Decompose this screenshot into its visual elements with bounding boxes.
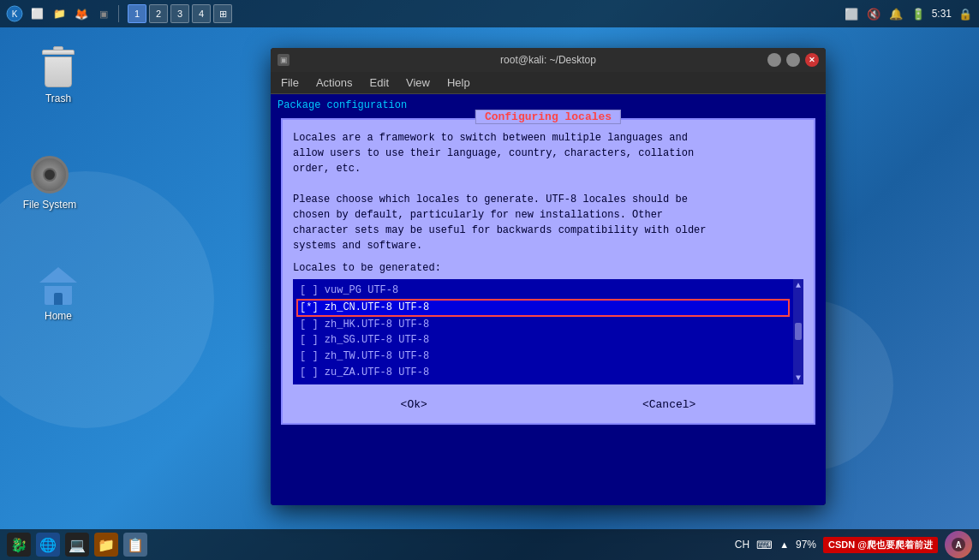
- filesystem-icon-image: [29, 154, 70, 195]
- dialog-box: Configuring locales Locales are a framew…: [281, 118, 815, 425]
- home-desktop-icon[interactable]: Home: [24, 265, 93, 322]
- menu-edit[interactable]: Edit: [367, 74, 392, 91]
- separator: [118, 5, 119, 22]
- bottom-app-clipboard[interactable]: 📋: [123, 533, 147, 557]
- terminal-menubar: File Actions Edit View Help: [271, 72, 826, 94]
- minimize-button[interactable]: [767, 53, 781, 67]
- lock-icon[interactable]: 🔒: [957, 5, 974, 22]
- terminal-titlebar: ▣ root@kali: ~/Desktop ✕: [271, 48, 826, 72]
- notification-icon[interactable]: 🔔: [887, 5, 904, 22]
- taskbar-top: K ⬜ 📁 🦊 ▣ 1 2 3 4 ⊞ ⬜ 🔇 🔔 🔋 5:31 🔒: [0, 0, 979, 27]
- trash-desktop-icon[interactable]: Trash: [24, 48, 93, 104]
- terminal-title: root@kali: ~/Desktop: [500, 54, 596, 66]
- files-icon[interactable]: 📁: [50, 4, 69, 23]
- menu-actions[interactable]: Actions: [313, 74, 356, 91]
- bottom-app-terminal[interactable]: 💻: [65, 533, 89, 557]
- workspace-switcher: 1 2 3 4 ⊞: [128, 4, 232, 23]
- workspace-1[interactable]: 1: [128, 4, 146, 23]
- locale-item-zhsg[interactable]: [ ] zh_SG.UTF-8 UTF-8: [296, 332, 790, 349]
- window-icon[interactable]: ⬜: [27, 4, 46, 23]
- browser-icon[interactable]: 🦊: [72, 4, 91, 23]
- workspace-extra[interactable]: ⊞: [213, 4, 232, 23]
- trash-icon-image: [38, 48, 79, 89]
- trash-label: Trash: [45, 92, 71, 104]
- terminal-title-icon: ▣: [278, 54, 290, 66]
- scroll-down[interactable]: ▼: [796, 373, 801, 383]
- taskbar-bottom-right: CH ⌨ ▲ 97% CSDN @爬也要爬着前进 A: [735, 531, 972, 558]
- maximize-button[interactable]: [786, 53, 800, 67]
- bottom-app-files[interactable]: 📁: [94, 533, 118, 557]
- scrollbar-thumb[interactable]: [795, 323, 802, 340]
- dialog-description: Locales are a framework to switch betwee…: [293, 130, 803, 253]
- locale-item-zhhk[interactable]: [ ] zh_HK.UTF-8 UTF-8: [296, 317, 790, 333]
- filesystem-label: File System: [23, 199, 77, 211]
- keyboard-icon[interactable]: ⌨: [756, 539, 773, 551]
- menu-help[interactable]: Help: [444, 74, 474, 91]
- menu-file[interactable]: File: [278, 74, 302, 91]
- csdn-text: CSDN @爬也要爬着前进: [823, 537, 938, 553]
- avatar[interactable]: A: [945, 531, 972, 558]
- bottom-app-browser[interactable]: 🌐: [36, 533, 60, 557]
- dialog-buttons: <Ok> <Cancel>: [293, 396, 803, 413]
- workspace-4[interactable]: 4: [192, 4, 211, 23]
- kali-icon[interactable]: K: [5, 4, 24, 23]
- workspace-3[interactable]: 3: [170, 4, 189, 23]
- cpu-percent: 97%: [796, 539, 816, 551]
- ok-button[interactable]: <Ok>: [394, 396, 434, 413]
- taskbar-bottom: 🐉 🌐 💻 📁 📋 CH ⌨ ▲ 97% CSDN @爬也要爬着前进 A: [0, 529, 979, 560]
- terminal-content: Package configuration Configuring locale…: [271, 94, 826, 505]
- menu-view[interactable]: View: [403, 74, 433, 91]
- close-button[interactable]: ✕: [805, 53, 819, 67]
- up-arrow-icon[interactable]: ▲: [779, 539, 789, 550]
- dialog-title: Configuring locales: [475, 110, 621, 124]
- scrollbar[interactable]: ▲ ▼: [793, 279, 803, 384]
- filesystem-desktop-icon[interactable]: File System: [15, 154, 84, 211]
- locale-item-zhtw[interactable]: [ ] zh_TW.UTF-8 UTF-8: [296, 349, 790, 365]
- locale-list[interactable]: [ ] vuw_PG UTF-8 [*] zh_CN.UTF-8 UTF-8 […: [293, 279, 803, 384]
- language-indicator: CH: [735, 539, 749, 551]
- taskbar-right-icons: ⬜ 🔇 🔔 🔋 5:31 🔒: [843, 5, 974, 22]
- terminal-icon[interactable]: ▣: [94, 4, 113, 23]
- workspace-2[interactable]: 2: [149, 4, 168, 23]
- svg-text:K: K: [12, 9, 18, 19]
- window-controls: ✕: [767, 53, 819, 67]
- scroll-up[interactable]: ▲: [796, 281, 801, 290]
- avatar-letter: A: [952, 538, 965, 551]
- clock: 5:31: [932, 8, 952, 20]
- locale-item-zhcn[interactable]: [*] zh_CN.UTF-8 UTF-8: [296, 299, 790, 317]
- locale-item-zuza[interactable]: [ ] zu_ZA.UTF-8 UTF-8: [296, 365, 790, 381]
- screen-icon[interactable]: ⬜: [843, 5, 860, 22]
- locale-item-vuw[interactable]: [ ] vuw_PG UTF-8: [296, 283, 790, 299]
- home-icon-image: [38, 265, 79, 307]
- home-label: Home: [45, 310, 72, 322]
- cancel-button[interactable]: <Cancel>: [636, 396, 702, 413]
- terminal-window: ▣ root@kali: ~/Desktop ✕ File Actions Ed…: [271, 48, 826, 505]
- bottom-app-dragon[interactable]: 🐉: [7, 533, 31, 557]
- battery-icon[interactable]: 🔋: [910, 5, 927, 22]
- locales-prompt: Locales to be generated:: [293, 262, 803, 274]
- mute-icon[interactable]: 🔇: [865, 5, 882, 22]
